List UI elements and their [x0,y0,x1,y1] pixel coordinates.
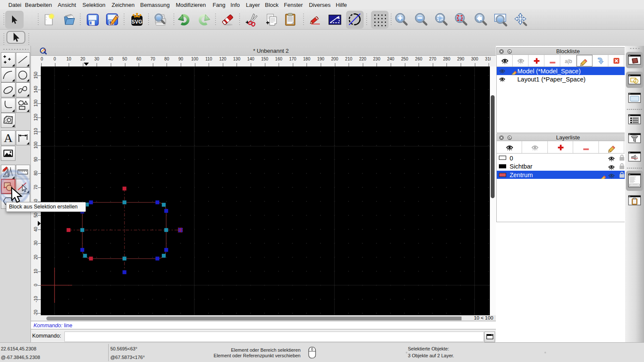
svg-text:A: A [4,132,13,144]
svg-text:a|b: a|b [565,58,572,64]
svg-text:SVG: SVG [131,19,142,25]
